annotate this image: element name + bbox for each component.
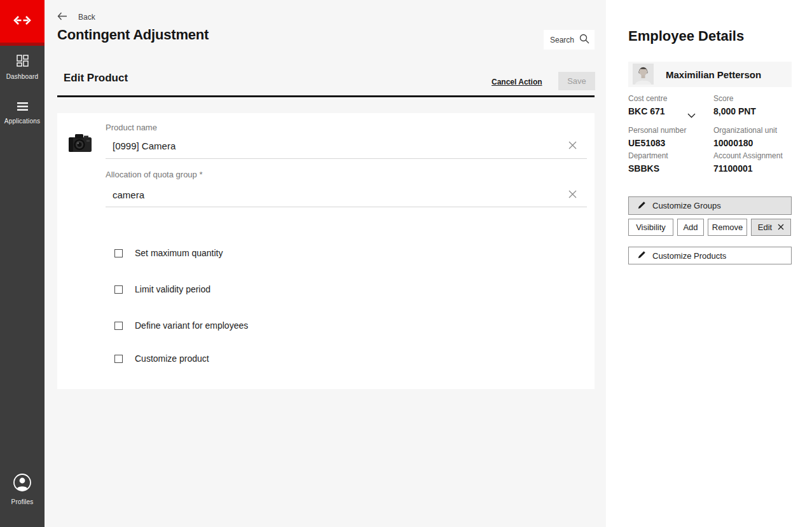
hamburger-menu-icon — [17, 102, 29, 114]
person-circle-icon — [13, 473, 32, 495]
field-organizational-unit: Organizational unit 10000180 — [713, 126, 796, 148]
product-name-label: Product name — [106, 123, 157, 132]
checkbox-label: Limit validity period — [135, 284, 210, 294]
employee-details-title: Employee Details — [628, 28, 744, 44]
button-label: Customize Groups — [652, 201, 721, 210]
section-title-edit-product: Edit Product — [64, 72, 128, 85]
checkbox-row-customize-product: Customize product — [114, 353, 209, 364]
pencil-icon — [638, 201, 646, 211]
field-value[interactable]: BKC 671 — [628, 106, 711, 116]
product-camera-image — [67, 132, 93, 157]
field-label: Score — [713, 94, 796, 103]
page-title: Contingent Adjustment — [57, 27, 209, 43]
checkbox-label: Define variant for employees — [135, 320, 248, 331]
sidebar-item-label: Applications — [0, 118, 45, 125]
quota-group-label: Allocation of quota group * — [106, 170, 203, 179]
chevron-down-icon[interactable] — [687, 109, 696, 121]
save-button[interactable]: Save — [558, 72, 595, 90]
customize-product-checkbox[interactable] — [114, 355, 123, 363]
search-input[interactable] — [550, 36, 579, 44]
employee-details-panel: Employee Details Maximilian Petterson Co… — [606, 0, 812, 527]
clear-product-name-icon[interactable] — [566, 139, 579, 151]
sidebar-item-label: Dashboard — [0, 73, 45, 80]
back-label: Back — [78, 13, 95, 22]
input-underline — [106, 207, 587, 207]
sidebar-item-applications[interactable]: Applications — [0, 102, 45, 125]
input-underline — [106, 158, 587, 159]
checkbox-row-validity-period: Limit validity period — [114, 284, 210, 294]
field-value: SBBKS — [628, 163, 711, 174]
button-label: Edit — [758, 222, 772, 232]
sidebar-item-profiles[interactable]: Profiles — [0, 473, 45, 505]
field-value: 71100001 — [713, 163, 796, 174]
field-label: Account Assignment — [713, 151, 796, 160]
section-divider — [57, 95, 595, 97]
field-value: 10000180 — [713, 138, 796, 148]
sidebar-item-dashboard[interactable]: Dashboard — [0, 55, 45, 80]
app-logo[interactable] — [0, 0, 45, 46]
product-name-value[interactable]: [0999] Camera — [113, 140, 175, 151]
back-button[interactable]: Back — [57, 11, 95, 23]
customize-products-button[interactable]: Customize Products — [628, 247, 792, 264]
button-label: Customize Products — [652, 251, 726, 261]
pencil-icon — [638, 250, 646, 261]
checkbox-label: Customize product — [135, 353, 209, 364]
employee-name-card: Maximilian Petterson — [628, 62, 792, 87]
quota-group-value[interactable]: camera — [113, 189, 144, 200]
field-account-assignment: Account Assignment 71100001 — [713, 151, 796, 174]
dashboard-grid-icon — [17, 55, 29, 69]
employee-avatar — [633, 64, 654, 85]
main-content: Back Contingent Adjustment Edit Product … — [45, 0, 606, 527]
remove-button[interactable]: Remove — [708, 219, 747, 236]
define-variant-checkbox[interactable] — [114, 322, 123, 330]
clear-quota-group-icon[interactable] — [566, 188, 579, 200]
sidebar-item-label: Profiles — [0, 498, 45, 505]
field-score: Score 8,000 PNT — [713, 94, 796, 116]
employee-name: Maximilian Petterson — [666, 69, 761, 80]
field-label: Organizational unit — [713, 126, 796, 135]
field-label: Cost centre — [628, 94, 711, 103]
field-department: Department SBBKS — [628, 151, 711, 174]
magnifier-icon[interactable] — [579, 34, 589, 46]
arrow-left-icon — [57, 11, 67, 23]
field-cost-centre: Cost centre BKC 671 — [628, 94, 711, 116]
edit-button[interactable]: Edit — [751, 219, 791, 236]
max-quantity-checkbox[interactable] — [114, 249, 123, 257]
sbb-double-arrow-icon — [13, 16, 32, 27]
checkbox-label: Set maximum quantity — [135, 248, 223, 258]
edit-product-card: Product name [0999] Camera Allocation of… — [57, 113, 595, 389]
app-sidebar: Dashboard Applications Profiles — [0, 0, 45, 527]
checkbox-row-define-variant: Define variant for employees — [114, 320, 248, 331]
checkbox-row-max-quantity: Set maximum quantity — [114, 248, 223, 258]
field-label: Department — [628, 151, 711, 160]
group-action-row: Visibility Add Remove Edit — [628, 219, 791, 236]
add-button[interactable]: Add — [677, 219, 704, 236]
cancel-action-link[interactable]: Cancel Action — [492, 78, 542, 86]
visibility-button[interactable]: Visibility — [628, 219, 673, 236]
field-value: 8,000 PNT — [713, 106, 796, 116]
x-close-icon[interactable] — [778, 222, 784, 232]
field-label: Personal number — [628, 126, 711, 135]
field-value: UE51083 — [628, 138, 711, 148]
search-box[interactable] — [544, 30, 595, 50]
field-personal-number: Personal number UE51083 — [628, 126, 711, 148]
customize-groups-button[interactable]: Customize Groups — [628, 196, 792, 215]
validity-period-checkbox[interactable] — [114, 285, 123, 294]
